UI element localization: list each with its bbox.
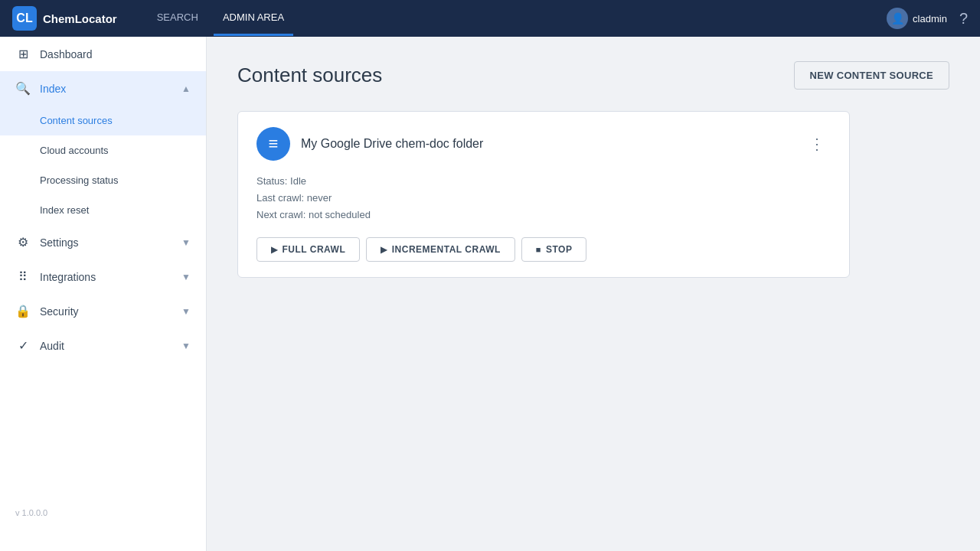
audit-icon: ✓ — [15, 338, 31, 353]
source-card-header: ≡ My Google Drive chem-doc folder ⋮ — [256, 127, 831, 161]
status-label: Status: — [256, 175, 287, 187]
integrations-icon: ⠿ — [15, 269, 31, 284]
page-header: Content sources NEW CONTENT SOURCE — [237, 61, 949, 90]
help-button[interactable]: ? — [959, 10, 968, 28]
layout: ⊞ Dashboard 🔍 Index ▲ Content sources Cl… — [0, 37, 980, 551]
topnav: CL ChemLocator SEARCH ADMIN AREA 👤 cladm… — [0, 0, 980, 37]
sidebar-item-audit[interactable]: ✓ Audit ▼ — [0, 328, 206, 363]
index-chevron-up-icon: ▲ — [181, 83, 191, 94]
source-title-row: ≡ My Google Drive chem-doc folder — [256, 127, 483, 161]
dashboard-icon: ⊞ — [15, 47, 31, 61]
sidebar-item-processing-status[interactable]: Processing status — [0, 165, 206, 195]
sidebar-item-integrations[interactable]: ⠿ Integrations ▼ — [0, 259, 206, 294]
sidebar-item-security[interactable]: 🔒 Security ▼ — [0, 294, 206, 328]
new-content-source-button[interactable]: NEW CONTENT SOURCE — [794, 61, 949, 90]
source-status: Status: Idle — [256, 173, 831, 190]
stop-icon: ■ — [536, 245, 541, 254]
next-crawl-label: Next crawl: — [256, 209, 305, 220]
source-name: My Google Drive chem-doc folder — [301, 137, 483, 151]
main-content: Content sources NEW CONTENT SOURCE ≡ My … — [207, 37, 980, 551]
source-last-crawl: Last crawl: never — [256, 190, 831, 207]
index-icon: 🔍 — [15, 81, 31, 96]
page-title: Content sources — [237, 64, 382, 87]
audit-chevron-icon: ▼ — [181, 341, 191, 351]
sidebar-dashboard-label: Dashboard — [40, 48, 191, 60]
sidebar-item-index-reset[interactable]: Index reset — [0, 195, 206, 225]
nav-search[interactable]: SEARCH — [148, 1, 207, 36]
settings-chevron-icon: ▼ — [181, 237, 191, 248]
sidebar-item-settings[interactable]: ⚙ Settings ▼ — [0, 225, 206, 259]
brand-name: ChemLocator — [43, 12, 117, 25]
sidebar-item-content-sources[interactable]: Content sources — [0, 106, 206, 135]
source-next-crawl: Next crawl: not scheduled — [256, 207, 831, 223]
source-icon: ≡ — [256, 127, 290, 161]
full-crawl-label: FULL CRAWL — [283, 244, 346, 255]
cloud-accounts-label: Cloud accounts — [40, 145, 109, 156]
incremental-crawl-label: INCREMENTAL CRAWL — [392, 244, 501, 255]
source-actions: ▶ FULL CRAWL ▶ INCREMENTAL CRAWL ■ STOP — [256, 237, 831, 262]
user-menu[interactable]: 👤 cladmin — [887, 8, 947, 29]
settings-icon: ⚙ — [15, 235, 31, 249]
topnav-right: 👤 cladmin ? — [887, 8, 968, 29]
sidebar-item-index[interactable]: 🔍 Index ▲ — [0, 71, 206, 106]
last-crawl-label: Last crawl: — [256, 192, 304, 204]
source-menu-button[interactable]: ⋮ — [803, 132, 831, 156]
security-chevron-icon: ▼ — [181, 306, 191, 317]
full-crawl-icon: ▶ — [271, 245, 278, 255]
content-sources-label: Content sources — [40, 115, 113, 126]
sidebar-index-label: Index — [40, 83, 172, 95]
nav-admin-area[interactable]: ADMIN AREA — [214, 1, 293, 36]
sidebar-security-label: Security — [40, 305, 172, 318]
status-value: Idle — [290, 175, 306, 187]
username: cladmin — [913, 13, 947, 24]
sidebar-audit-label: Audit — [40, 340, 172, 352]
stop-button[interactable]: ■ STOP — [521, 237, 587, 262]
security-icon: 🔒 — [15, 304, 31, 318]
next-crawl-value: not scheduled — [309, 209, 371, 220]
full-crawl-button[interactable]: ▶ FULL CRAWL — [256, 237, 360, 262]
stop-label: STOP — [546, 244, 572, 255]
sidebar-settings-label: Settings — [40, 236, 172, 249]
sidebar: ⊞ Dashboard 🔍 Index ▲ Content sources Cl… — [0, 37, 207, 551]
topnav-links: SEARCH ADMIN AREA — [148, 1, 293, 36]
sidebar-item-dashboard[interactable]: ⊞ Dashboard — [0, 37, 206, 71]
incremental-crawl-button[interactable]: ▶ INCREMENTAL CRAWL — [366, 237, 515, 262]
brand-icon: CL — [12, 6, 37, 31]
index-reset-label: Index reset — [40, 204, 89, 216]
brand: CL ChemLocator — [12, 6, 117, 31]
app-version: v 1.0.0.0 — [0, 499, 206, 527]
source-card: ≡ My Google Drive chem-doc folder ⋮ Stat… — [237, 111, 850, 278]
integrations-chevron-icon: ▼ — [181, 272, 191, 282]
user-avatar: 👤 — [887, 8, 908, 29]
last-crawl-value: never — [307, 192, 332, 204]
sidebar-item-cloud-accounts[interactable]: Cloud accounts — [0, 135, 206, 165]
incremental-crawl-icon: ▶ — [381, 245, 387, 255]
processing-status-label: Processing status — [40, 174, 119, 186]
sidebar-integrations-label: Integrations — [40, 271, 172, 283]
source-meta: Status: Idle Last crawl: never Next craw… — [256, 173, 831, 223]
